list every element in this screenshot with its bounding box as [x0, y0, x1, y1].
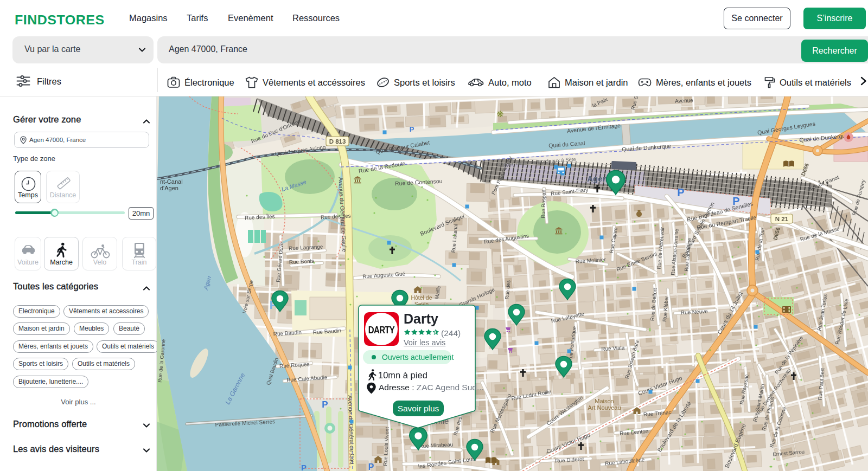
- svg-text:P: P: [368, 462, 374, 471]
- svg-text:Hôtel de: Hôtel de: [411, 294, 432, 301]
- svg-text:Maison: Maison: [595, 398, 614, 404]
- svg-text:Agen: Agen: [587, 174, 608, 183]
- svg-text:P: P: [301, 463, 307, 471]
- svg-text:P: P: [410, 125, 414, 133]
- svg-text:Rue Viala: Rue Viala: [601, 345, 625, 352]
- svg-text:Avenue: Avenue: [675, 97, 694, 104]
- svg-text:d'Agen: d'Agen: [160, 185, 178, 191]
- svg-text:❋: ❋: [496, 109, 503, 119]
- svg-text:D 813: D 813: [329, 138, 346, 145]
- svg-text:P: P: [322, 399, 328, 410]
- svg-text:P: P: [677, 186, 684, 198]
- svg-text:nt-Canal: nt-Canal: [160, 178, 183, 185]
- svg-text:P: P: [732, 195, 739, 207]
- svg-text:N 21: N 21: [775, 216, 789, 222]
- svg-text:Art Nouveau: Art Nouveau: [588, 404, 621, 411]
- svg-text:Rue Raspail: Rue Raspail: [540, 190, 547, 218]
